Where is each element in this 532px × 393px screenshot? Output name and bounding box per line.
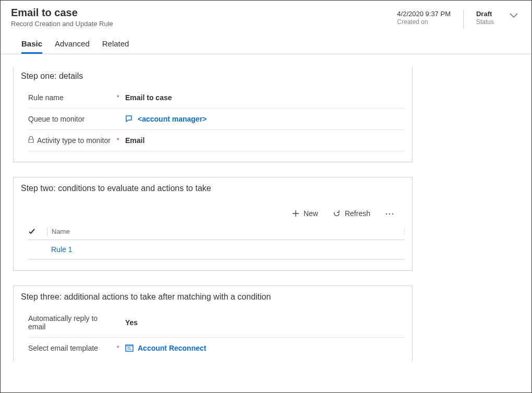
page-header: Email to case Record Creation and Update… xyxy=(1,1,531,54)
title-block: Email to case Record Creation and Update… xyxy=(11,7,397,54)
created-on-label: Created on xyxy=(397,18,451,26)
content-area[interactable]: Step one: details Rule name * Email to c… xyxy=(1,67,531,392)
step-two-title: Step two: conditions to evaluate and act… xyxy=(21,184,405,193)
rule-link[interactable]: Rule 1 xyxy=(47,245,405,254)
required-mark: * xyxy=(115,344,121,352)
created-on-block: 4/2/2020 9:37 PM Created on xyxy=(397,10,451,26)
queue-value-link[interactable]: <account manager> xyxy=(121,115,207,123)
template-value-link[interactable]: Account Reconnect xyxy=(121,344,206,352)
meta-separator xyxy=(463,10,464,29)
created-on-value: 4/2/2020 9:37 PM xyxy=(397,10,451,18)
template-icon xyxy=(125,344,134,352)
table-row[interactable]: Rule 1 xyxy=(28,240,405,259)
required-mark: * xyxy=(115,136,121,144)
step-two-toolbar: New Refresh ⋯ xyxy=(21,199,405,223)
header-meta: 4/2/2020 9:37 PM Created on Draft Status xyxy=(397,7,521,29)
field-queue-monitor[interactable]: Queue to monitor <account manager> xyxy=(28,109,405,130)
rule-name-label: Rule name xyxy=(28,93,113,102)
step-two-section: Step two: conditions to evaluate and act… xyxy=(13,177,413,271)
activity-type-label: Activity type to monitor xyxy=(37,136,113,145)
refresh-icon xyxy=(333,210,341,218)
auto-reply-value[interactable]: Yes xyxy=(121,318,138,327)
field-email-template[interactable]: Select email template * Account Reconnec… xyxy=(28,338,405,359)
status-value: Draft xyxy=(476,10,494,18)
step-one-title: Step one: details xyxy=(21,72,405,81)
conditions-grid: Name Rule 1 xyxy=(28,223,405,260)
page-title: Email to case xyxy=(11,7,397,19)
queue-label: Queue to monitor xyxy=(28,115,113,123)
activity-type-value: Email xyxy=(121,136,144,145)
status-block: Draft Status xyxy=(476,10,494,26)
new-button[interactable]: New xyxy=(292,209,318,218)
step-three-title: Step three: additional actions to take a… xyxy=(21,292,405,302)
status-label: Status xyxy=(476,18,494,26)
tab-basic[interactable]: Basic xyxy=(21,34,42,54)
chevron-down-icon[interactable] xyxy=(506,10,521,21)
plus-icon xyxy=(292,210,299,217)
step-three-section: Step three: additional actions to take a… xyxy=(13,285,413,362)
select-all-check[interactable] xyxy=(28,228,47,235)
rule-name-value[interactable]: Email to case xyxy=(121,93,172,102)
field-rule-name[interactable]: Rule name * Email to case xyxy=(28,87,405,109)
col-name-header[interactable]: Name xyxy=(47,228,405,235)
tab-advanced[interactable]: Advanced xyxy=(55,34,90,54)
lock-icon xyxy=(28,136,34,143)
field-activity-type[interactable]: Activity type to monitor * Email xyxy=(28,130,405,151)
refresh-button[interactable]: Refresh xyxy=(333,209,370,218)
required-mark: * xyxy=(115,93,121,101)
queue-icon xyxy=(125,115,134,123)
page-subtitle: Record Creation and Update Rule xyxy=(11,20,397,28)
grid-header-row: Name xyxy=(28,223,405,240)
field-auto-reply[interactable]: Automatically reply to email Yes xyxy=(28,308,405,338)
tabs: Basic Advanced Related xyxy=(11,34,397,54)
template-label: Select email template xyxy=(28,344,113,352)
row-check[interactable] xyxy=(28,245,47,254)
auto-reply-label: Automatically reply to email xyxy=(28,314,113,331)
tab-related[interactable]: Related xyxy=(102,34,129,54)
step-one-section: Step one: details Rule name * Email to c… xyxy=(13,67,413,162)
more-commands-button[interactable]: ⋯ xyxy=(385,208,395,219)
